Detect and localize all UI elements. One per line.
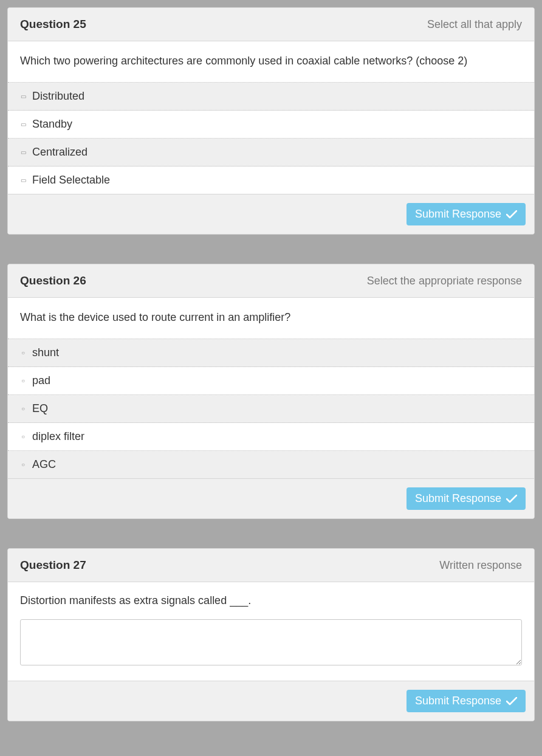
- radio-icon: ○: [20, 406, 26, 412]
- question-prompt: Distortion manifests as extra signals ca…: [20, 594, 522, 607]
- question-footer: Submit Response: [8, 681, 534, 721]
- submit-label: Submit Response: [415, 695, 501, 707]
- check-icon: [506, 697, 517, 706]
- option-label: shunt: [32, 346, 59, 359]
- question-card: Question 26 Select the appropriate respo…: [7, 264, 535, 519]
- question-prompt: Which two powering architectures are com…: [8, 41, 534, 82]
- option-row[interactable]: ▭ Field Selectable: [8, 167, 534, 194]
- question-number: Question 25: [20, 18, 86, 31]
- question-type-label: Select all that apply: [427, 18, 522, 31]
- radio-icon: ○: [20, 434, 26, 440]
- option-row[interactable]: ○ EQ: [8, 395, 534, 423]
- option-row[interactable]: ▭ Centralized: [8, 139, 534, 167]
- question-number: Question 27: [20, 558, 86, 572]
- check-icon: [506, 210, 517, 219]
- option-label: pad: [32, 374, 50, 387]
- question-type-label: Select the appropriate response: [367, 275, 522, 287]
- written-body: Distortion manifests as extra signals ca…: [8, 582, 534, 681]
- checkbox-icon: ▭: [20, 177, 26, 184]
- checkbox-icon: ▭: [20, 149, 26, 156]
- checkbox-icon: ▭: [20, 122, 26, 128]
- option-label: AGC: [32, 458, 56, 471]
- check-icon: [506, 495, 517, 503]
- options-list: ○ shunt ○ pad ○ EQ ○ diplex filter ○ AGC: [8, 338, 534, 479]
- option-row[interactable]: ▭ Distributed: [8, 83, 534, 111]
- radio-icon: ○: [20, 462, 26, 468]
- option-label: Field Selectable: [32, 174, 110, 187]
- submit-button[interactable]: Submit Response: [406, 690, 526, 712]
- options-list: ▭ Distributed ▭ Standby ▭ Centralized ▭ …: [8, 82, 534, 194]
- option-row[interactable]: ○ shunt: [8, 339, 534, 367]
- option-label: Distributed: [32, 90, 84, 103]
- checkbox-icon: ▭: [20, 94, 26, 100]
- option-label: Centralized: [32, 146, 87, 159]
- question-card: Question 25 Select all that apply Which …: [7, 7, 535, 235]
- question-header: Question 26 Select the appropriate respo…: [8, 264, 534, 298]
- option-label: diplex filter: [32, 430, 84, 443]
- option-row[interactable]: ○ pad: [8, 367, 534, 395]
- option-row[interactable]: ▭ Standby: [8, 111, 534, 139]
- question-number: Question 26: [20, 274, 86, 287]
- submit-label: Submit Response: [415, 492, 501, 505]
- question-prompt: What is the device used to route current…: [8, 298, 534, 338]
- option-row[interactable]: ○ AGC: [8, 451, 534, 479]
- radio-icon: ○: [20, 378, 26, 384]
- radio-icon: ○: [20, 350, 26, 356]
- submit-label: Submit Response: [415, 208, 501, 221]
- question-footer: Submit Response: [8, 479, 534, 518]
- question-card: Question 27 Written response Distortion …: [7, 548, 535, 721]
- option-row[interactable]: ○ diplex filter: [8, 423, 534, 451]
- submit-button[interactable]: Submit Response: [406, 487, 526, 510]
- question-header: Question 27 Written response: [8, 549, 534, 582]
- question-header: Question 25 Select all that apply: [8, 8, 534, 41]
- question-type-label: Written response: [439, 559, 522, 572]
- option-label: Standby: [32, 118, 72, 131]
- option-label: EQ: [32, 402, 48, 415]
- question-footer: Submit Response: [8, 194, 534, 234]
- submit-button[interactable]: Submit Response: [406, 203, 526, 225]
- written-response-input[interactable]: [20, 619, 522, 665]
